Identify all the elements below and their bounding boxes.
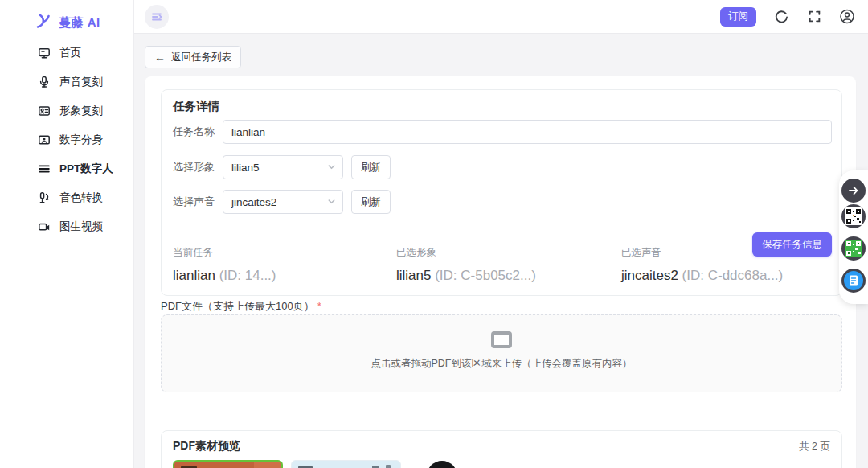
sidebar-toggle-button[interactable] (145, 5, 169, 29)
refresh-voice-button[interactable]: 刷新 (351, 190, 391, 214)
pdf-thumbnails (173, 460, 830, 468)
task-name-input[interactable] (223, 120, 832, 144)
pdf-upload-dropzone[interactable]: 点击或者拖动PDF到该区域来上传（上传会覆盖原有内容） (161, 314, 842, 392)
app-window: 蔓藤 AI 首页 声音复刻 (0, 0, 868, 468)
pdf-file-label: PDF文件（支持上传最大100页）* (161, 299, 321, 314)
current-task-summary: 当前任务 lianlian (ID: 14...) (173, 246, 276, 284)
monitor-icon (38, 47, 51, 60)
pdf-page-thumbnail-1[interactable] (173, 460, 283, 468)
expand-arrow-button[interactable] (841, 179, 866, 203)
floating-action-panel (839, 170, 868, 304)
upload-hint-text: 点击或者拖动PDF到该区域来上传（上传会覆盖原有内容） (371, 357, 633, 371)
id-card-icon (38, 105, 51, 117)
sidebar-item-image-to-video[interactable]: 图生视频 (0, 212, 133, 241)
qr-code-button[interactable] (841, 204, 866, 228)
task-name-row: 任务名称 (173, 120, 832, 144)
current-task-value: lianlian (ID: 14...) (173, 268, 276, 284)
avatar-preview-circle (427, 461, 457, 468)
back-arrow-icon: ← (154, 51, 166, 63)
document-help-button[interactable] (841, 269, 866, 293)
sidebar-item-home[interactable]: 首页 (0, 39, 133, 68)
sidebar-item-voice-convert[interactable]: 音色转换 (0, 183, 133, 212)
microphone-icon (38, 76, 51, 88)
figure-select[interactable]: lilian5 (223, 155, 343, 179)
fullscreen-icon[interactable] (806, 9, 822, 25)
pdf-page-thumbnail-2[interactable] (291, 460, 401, 468)
sidebar: 蔓藤 AI 首页 声音复刻 (0, 0, 134, 468)
required-asterisk: * (317, 300, 321, 312)
list-icon (38, 162, 51, 175)
sidebar-menu: 首页 声音复刻 形象复刻 (0, 39, 133, 241)
sidebar-item-ppt-digital-human[interactable]: PPT数字人 (0, 154, 133, 183)
chevron-down-icon (327, 196, 336, 208)
selected-voice-value: jincaites2 (ID: C-ddc68a...) (621, 268, 783, 284)
pdf-preview-card: PDF素材预览 共 2 页 (161, 430, 842, 468)
task-detail-title: 任务详情 (173, 99, 219, 114)
figure-select-row: 选择形象 lilian5 刷新 (173, 155, 391, 179)
chevron-down-icon (327, 162, 336, 174)
sidebar-item-voice-clone[interactable]: 声音复刻 (0, 68, 133, 96)
voice-select-row: 选择声音 jincaites2 刷新 (173, 190, 391, 214)
brand-name: 蔓藤 AI (59, 15, 100, 31)
pdf-preview-header: PDF素材预览 共 2 页 (173, 439, 830, 454)
refresh-figure-button[interactable]: 刷新 (351, 155, 391, 179)
back-to-task-list-button[interactable]: ← 返回任务列表 (145, 46, 241, 68)
video-camera-icon (38, 220, 51, 233)
refresh-icon[interactable] (773, 9, 789, 25)
voice-select-label: 选择声音 (173, 195, 223, 209)
upload-placeholder-icon (491, 331, 512, 348)
subscribe-button[interactable]: 订阅 (720, 7, 756, 27)
selected-figure-summary: 已选形象 lilian5 (ID: C-5b05c2...) (396, 246, 536, 284)
main-content: ← 返回任务列表 任务详情 任务名称 选择形象 lilian5 (134, 34, 868, 468)
vine-logo-icon (34, 11, 53, 34)
user-avatar-icon[interactable] (839, 9, 855, 25)
wechat-qr-code-button[interactable] (841, 236, 866, 261)
page-count-badge: 共 2 页 (799, 440, 830, 454)
sidebar-item-digital-avatar[interactable]: 数字分身 (0, 125, 133, 154)
task-panel: 任务详情 任务名称 选择形象 lilian5 刷新 (145, 76, 856, 468)
selected-figure-value: lilian5 (ID: C-5b05c2...) (396, 268, 536, 284)
voice-convert-icon (38, 191, 51, 204)
avatar-screen-icon (38, 133, 51, 146)
selected-voice-summary: 已选声音 jincaites2 (ID: C-ddc68a...) (621, 246, 783, 284)
topbar-actions: 订阅 (720, 7, 868, 27)
figure-select-value: lilian5 (231, 162, 260, 174)
voice-select-value: jincaites2 (231, 196, 276, 208)
topbar: 订阅 (134, 0, 868, 34)
pdf-preview-title: PDF素材预览 (173, 439, 240, 454)
voice-select[interactable]: jincaites2 (223, 190, 343, 214)
task-name-label: 任务名称 (173, 125, 223, 139)
brand-logo[interactable]: 蔓藤 AI (0, 0, 133, 34)
task-detail-card: 任务详情 任务名称 选择形象 lilian5 刷新 (161, 89, 842, 296)
figure-select-label: 选择形象 (173, 160, 223, 174)
sidebar-item-figure-clone[interactable]: 形象复刻 (0, 96, 133, 125)
